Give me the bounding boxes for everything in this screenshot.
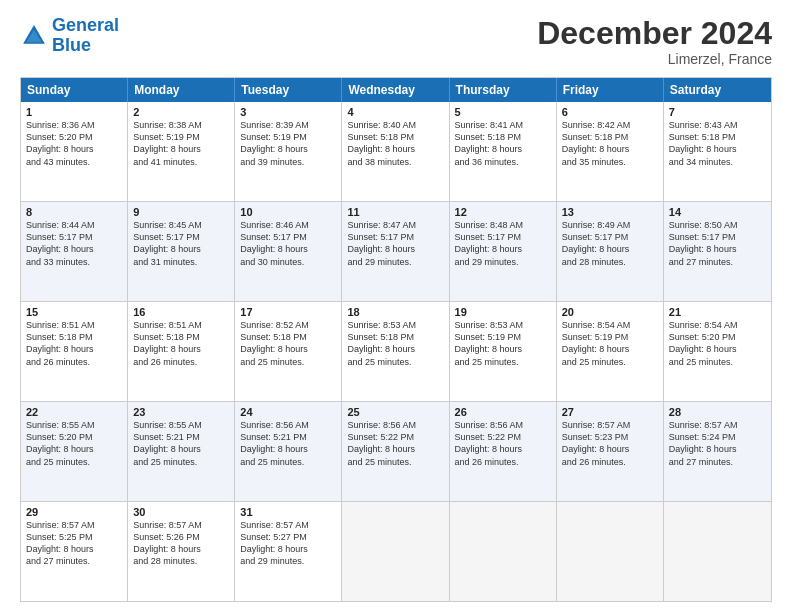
day-number: 25 [347, 406, 443, 418]
day-number: 28 [669, 406, 766, 418]
day-number: 1 [26, 106, 122, 118]
day-number: 6 [562, 106, 658, 118]
table-row: 21Sunrise: 8:54 AMSunset: 5:20 PMDayligh… [664, 302, 771, 401]
header-tuesday: Tuesday [235, 78, 342, 102]
header-sunday: Sunday [21, 78, 128, 102]
cell-content: Sunrise: 8:47 AMSunset: 5:17 PMDaylight:… [347, 219, 443, 268]
cell-content: Sunrise: 8:39 AMSunset: 5:19 PMDaylight:… [240, 119, 336, 168]
cell-content: Sunrise: 8:44 AMSunset: 5:17 PMDaylight:… [26, 219, 122, 268]
cell-content: Sunrise: 8:38 AMSunset: 5:19 PMDaylight:… [133, 119, 229, 168]
calendar-row-4: 22Sunrise: 8:55 AMSunset: 5:20 PMDayligh… [21, 401, 771, 501]
cell-content: Sunrise: 8:41 AMSunset: 5:18 PMDaylight:… [455, 119, 551, 168]
day-number: 23 [133, 406, 229, 418]
cell-content: Sunrise: 8:54 AMSunset: 5:19 PMDaylight:… [562, 319, 658, 368]
cell-content: Sunrise: 8:56 AMSunset: 5:22 PMDaylight:… [455, 419, 551, 468]
cell-content: Sunrise: 8:36 AMSunset: 5:20 PMDaylight:… [26, 119, 122, 168]
table-row: 15Sunrise: 8:51 AMSunset: 5:18 PMDayligh… [21, 302, 128, 401]
table-row: 1Sunrise: 8:36 AMSunset: 5:20 PMDaylight… [21, 102, 128, 201]
day-number: 8 [26, 206, 122, 218]
table-row: 27Sunrise: 8:57 AMSunset: 5:23 PMDayligh… [557, 402, 664, 501]
table-row: 14Sunrise: 8:50 AMSunset: 5:17 PMDayligh… [664, 202, 771, 301]
day-number: 29 [26, 506, 122, 518]
day-number: 19 [455, 306, 551, 318]
calendar-row-1: 1Sunrise: 8:36 AMSunset: 5:20 PMDaylight… [21, 102, 771, 201]
day-number: 17 [240, 306, 336, 318]
cell-content: Sunrise: 8:50 AMSunset: 5:17 PMDaylight:… [669, 219, 766, 268]
calendar: Sunday Monday Tuesday Wednesday Thursday… [20, 77, 772, 602]
cell-content: Sunrise: 8:56 AMSunset: 5:21 PMDaylight:… [240, 419, 336, 468]
table-row: 25Sunrise: 8:56 AMSunset: 5:22 PMDayligh… [342, 402, 449, 501]
header-saturday: Saturday [664, 78, 771, 102]
day-number: 16 [133, 306, 229, 318]
table-row: 6Sunrise: 8:42 AMSunset: 5:18 PMDaylight… [557, 102, 664, 201]
logo-text: General Blue [52, 16, 119, 56]
table-row: 12Sunrise: 8:48 AMSunset: 5:17 PMDayligh… [450, 202, 557, 301]
logo-icon [20, 22, 48, 50]
cell-content: Sunrise: 8:54 AMSunset: 5:20 PMDaylight:… [669, 319, 766, 368]
cell-content: Sunrise: 8:55 AMSunset: 5:20 PMDaylight:… [26, 419, 122, 468]
cell-content: Sunrise: 8:53 AMSunset: 5:18 PMDaylight:… [347, 319, 443, 368]
page: General Blue December 2024 Limerzel, Fra… [0, 0, 792, 612]
logo: General Blue [20, 16, 119, 56]
table-row: 26Sunrise: 8:56 AMSunset: 5:22 PMDayligh… [450, 402, 557, 501]
cell-content: Sunrise: 8:57 AMSunset: 5:26 PMDaylight:… [133, 519, 229, 568]
table-row: 31Sunrise: 8:57 AMSunset: 5:27 PMDayligh… [235, 502, 342, 601]
logo-blue: Blue [52, 35, 91, 55]
table-row: 4Sunrise: 8:40 AMSunset: 5:18 PMDaylight… [342, 102, 449, 201]
table-row: 22Sunrise: 8:55 AMSunset: 5:20 PMDayligh… [21, 402, 128, 501]
table-row: 18Sunrise: 8:53 AMSunset: 5:18 PMDayligh… [342, 302, 449, 401]
header: General Blue December 2024 Limerzel, Fra… [20, 16, 772, 67]
day-number: 21 [669, 306, 766, 318]
cell-content: Sunrise: 8:57 AMSunset: 5:25 PMDaylight:… [26, 519, 122, 568]
table-row: 8Sunrise: 8:44 AMSunset: 5:17 PMDaylight… [21, 202, 128, 301]
day-number: 2 [133, 106, 229, 118]
calendar-body: 1Sunrise: 8:36 AMSunset: 5:20 PMDaylight… [21, 102, 771, 601]
title-block: December 2024 Limerzel, France [537, 16, 772, 67]
table-row: 29Sunrise: 8:57 AMSunset: 5:25 PMDayligh… [21, 502, 128, 601]
table-row: 28Sunrise: 8:57 AMSunset: 5:24 PMDayligh… [664, 402, 771, 501]
cell-content: Sunrise: 8:57 AMSunset: 5:24 PMDaylight:… [669, 419, 766, 468]
header-wednesday: Wednesday [342, 78, 449, 102]
day-number: 15 [26, 306, 122, 318]
cell-content: Sunrise: 8:45 AMSunset: 5:17 PMDaylight:… [133, 219, 229, 268]
table-row: 30Sunrise: 8:57 AMSunset: 5:26 PMDayligh… [128, 502, 235, 601]
cell-content: Sunrise: 8:55 AMSunset: 5:21 PMDaylight:… [133, 419, 229, 468]
month-title: December 2024 [537, 16, 772, 51]
table-row: 5Sunrise: 8:41 AMSunset: 5:18 PMDaylight… [450, 102, 557, 201]
day-number: 13 [562, 206, 658, 218]
day-number: 11 [347, 206, 443, 218]
day-number: 30 [133, 506, 229, 518]
cell-content: Sunrise: 8:49 AMSunset: 5:17 PMDaylight:… [562, 219, 658, 268]
header-thursday: Thursday [450, 78, 557, 102]
table-row [450, 502, 557, 601]
table-row: 24Sunrise: 8:56 AMSunset: 5:21 PMDayligh… [235, 402, 342, 501]
table-row: 16Sunrise: 8:51 AMSunset: 5:18 PMDayligh… [128, 302, 235, 401]
table-row: 23Sunrise: 8:55 AMSunset: 5:21 PMDayligh… [128, 402, 235, 501]
day-number: 5 [455, 106, 551, 118]
table-row: 13Sunrise: 8:49 AMSunset: 5:17 PMDayligh… [557, 202, 664, 301]
table-row: 19Sunrise: 8:53 AMSunset: 5:19 PMDayligh… [450, 302, 557, 401]
cell-content: Sunrise: 8:57 AMSunset: 5:23 PMDaylight:… [562, 419, 658, 468]
cell-content: Sunrise: 8:51 AMSunset: 5:18 PMDaylight:… [26, 319, 122, 368]
table-row [557, 502, 664, 601]
table-row: 11Sunrise: 8:47 AMSunset: 5:17 PMDayligh… [342, 202, 449, 301]
cell-content: Sunrise: 8:53 AMSunset: 5:19 PMDaylight:… [455, 319, 551, 368]
table-row [342, 502, 449, 601]
day-number: 3 [240, 106, 336, 118]
day-number: 9 [133, 206, 229, 218]
table-row: 9Sunrise: 8:45 AMSunset: 5:17 PMDaylight… [128, 202, 235, 301]
day-number: 14 [669, 206, 766, 218]
day-number: 31 [240, 506, 336, 518]
day-number: 27 [562, 406, 658, 418]
day-number: 12 [455, 206, 551, 218]
cell-content: Sunrise: 8:57 AMSunset: 5:27 PMDaylight:… [240, 519, 336, 568]
location: Limerzel, France [537, 51, 772, 67]
day-number: 24 [240, 406, 336, 418]
cell-content: Sunrise: 8:46 AMSunset: 5:17 PMDaylight:… [240, 219, 336, 268]
day-number: 4 [347, 106, 443, 118]
cell-content: Sunrise: 8:42 AMSunset: 5:18 PMDaylight:… [562, 119, 658, 168]
day-number: 10 [240, 206, 336, 218]
day-number: 20 [562, 306, 658, 318]
cell-content: Sunrise: 8:40 AMSunset: 5:18 PMDaylight:… [347, 119, 443, 168]
logo-general: General [52, 15, 119, 35]
